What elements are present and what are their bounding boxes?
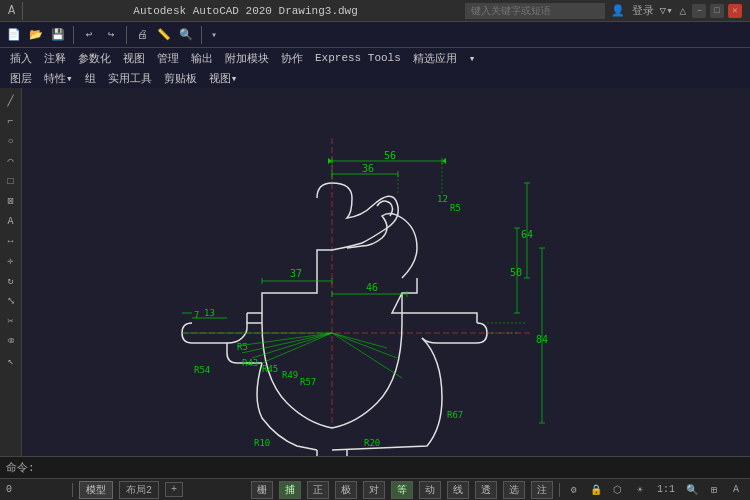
- select-tool[interactable]: ↖: [2, 352, 20, 370]
- redo-icon[interactable]: ↪: [101, 25, 121, 45]
- menu-bar: 插入 注释 参数化 视图 管理 输出 附加模块 协作 Express Tools…: [0, 48, 750, 68]
- svg-text:64: 64: [521, 229, 533, 240]
- svg-text:R10: R10: [254, 438, 270, 448]
- svg-text:R67: R67: [447, 410, 463, 420]
- dim-tool[interactable]: ↔: [2, 232, 20, 250]
- draw-line[interactable]: ╱: [2, 92, 20, 110]
- main-area: ╱ ⌐ ○ ⌒ □ ⊠ A ↔ ✛ ↻ ⤡ ✂ ⌫ ↖: [0, 88, 750, 456]
- svg-text:7: 7: [194, 310, 199, 320]
- undo-icon[interactable]: ↩: [79, 25, 99, 45]
- menu-express-tools[interactable]: Express Tools: [309, 50, 407, 66]
- qpmode-toggle[interactable]: 选: [503, 481, 525, 499]
- svg-text:R5: R5: [450, 203, 461, 213]
- erase-tool[interactable]: ⌫: [2, 332, 20, 350]
- cad-drawing-svg: 56 36 12 R5 37 46 50 64 84 7 13 R5 R43: [22, 88, 750, 456]
- otrack-toggle[interactable]: 等: [391, 481, 413, 499]
- workspace-icon[interactable]: ⚙: [566, 482, 582, 498]
- command-input[interactable]: [39, 462, 744, 474]
- grid-toggle[interactable]: 栅: [251, 481, 273, 499]
- add-layout-btn[interactable]: +: [165, 482, 183, 497]
- subtool-layer[interactable]: 图层: [4, 69, 38, 88]
- svg-text:R45: R45: [262, 364, 278, 374]
- menu-output[interactable]: 输出: [185, 49, 219, 68]
- trim-tool[interactable]: ✂: [2, 312, 20, 330]
- zoom-icon[interactable]: 🔍: [684, 482, 700, 498]
- menu-annotate[interactable]: 注释: [38, 49, 72, 68]
- menu-more[interactable]: ▾: [463, 50, 482, 67]
- print-icon[interactable]: 🖨: [132, 25, 152, 45]
- move-tool[interactable]: ✛: [2, 252, 20, 270]
- menu-addons[interactable]: 附加模块: [219, 49, 275, 68]
- svg-text:R49: R49: [282, 370, 298, 380]
- user-icon[interactable]: 👤 登录: [611, 3, 654, 18]
- svg-text:R20: R20: [364, 438, 380, 448]
- snap-toggle[interactable]: 捕: [279, 481, 301, 499]
- subtool-properties[interactable]: 特性▾: [38, 69, 79, 88]
- svg-text:50: 50: [510, 267, 522, 278]
- command-area: 命令:: [0, 456, 750, 478]
- measure-icon[interactable]: 📏: [154, 25, 174, 45]
- title-bar: A Autodesk AutoCAD 2020 Drawing3.dwg 👤 登…: [0, 0, 750, 22]
- lock-icon[interactable]: 🔒: [588, 482, 604, 498]
- lweight-toggle[interactable]: 线: [447, 481, 469, 499]
- main-toolbar: 📄 📂 💾 ↩ ↪ 🖨 📏 🔍 ▾: [0, 22, 750, 48]
- window-title: Autodesk AutoCAD 2020 Drawing3.dwg: [26, 5, 465, 17]
- svg-text:R54: R54: [194, 365, 210, 375]
- osnap-toggle[interactable]: 对: [363, 481, 385, 499]
- toolbar-dropdown[interactable]: ▾: [207, 29, 221, 41]
- sub-toolbar: 图层 特性▾ 组 实用工具 剪贴板 视图▾: [0, 68, 750, 88]
- svg-text:46: 46: [366, 282, 378, 293]
- svg-text:84: 84: [536, 334, 548, 345]
- menu-insert[interactable]: 插入: [4, 49, 38, 68]
- annotate-scale-icon[interactable]: A: [728, 482, 744, 498]
- svg-text:R5: R5: [237, 342, 248, 352]
- ann-toggle[interactable]: 注: [531, 481, 553, 499]
- left-toolbar: ╱ ⌐ ○ ⌒ □ ⊠ A ↔ ✛ ↻ ⤡ ✂ ⌫ ↖: [0, 88, 22, 456]
- open-icon[interactable]: 📂: [26, 25, 46, 45]
- hardware-accel-icon[interactable]: ⬡: [610, 482, 626, 498]
- svg-text:56: 56: [384, 150, 396, 161]
- menu-view[interactable]: 视图: [117, 49, 151, 68]
- maximize-button[interactable]: □: [710, 4, 724, 18]
- scale-tool[interactable]: ⤡: [2, 292, 20, 310]
- subtool-group[interactable]: 组: [79, 69, 102, 88]
- svg-text:R43: R43: [242, 358, 258, 368]
- minimize-button[interactable]: －: [692, 4, 706, 18]
- hatch-tool[interactable]: ⊠: [2, 192, 20, 210]
- menu-collaborate[interactable]: 协作: [275, 49, 309, 68]
- subtool-utils[interactable]: 实用工具: [102, 69, 158, 88]
- new-icon[interactable]: 📄: [4, 25, 24, 45]
- draw-rect[interactable]: □: [2, 172, 20, 190]
- draw-arc[interactable]: ⌒: [2, 152, 20, 170]
- zoom-level: 1:1: [654, 484, 678, 495]
- dynin-toggle[interactable]: 动: [419, 481, 441, 499]
- isolate-icon[interactable]: ☀: [632, 482, 648, 498]
- polar-toggle[interactable]: 极: [335, 481, 357, 499]
- drawing-canvas[interactable]: 56 36 12 R5 37 46 50 64 84 7 13 R5 R43: [22, 88, 750, 456]
- text-tool[interactable]: A: [2, 212, 20, 230]
- menu-manage[interactable]: 管理: [151, 49, 185, 68]
- coord-display: 0: [6, 484, 66, 495]
- tpmode-toggle[interactable]: 透: [475, 481, 497, 499]
- viewport-icon[interactable]: ⊞: [706, 482, 722, 498]
- model-tab[interactable]: 模型: [79, 481, 113, 499]
- svg-text:R57: R57: [300, 377, 316, 387]
- window-controls[interactable]: － □ ✕: [692, 4, 742, 18]
- help-icon[interactable]: ▽▾ △: [660, 4, 686, 17]
- svg-text:36: 36: [362, 163, 374, 174]
- menu-parametric[interactable]: 参数化: [72, 49, 117, 68]
- cmd-prompt: 命令:: [6, 460, 35, 475]
- layout2-tab[interactable]: 布局2: [119, 481, 159, 499]
- ortho-toggle[interactable]: 正: [307, 481, 329, 499]
- svg-text:37: 37: [290, 268, 302, 279]
- subtool-view[interactable]: 视图▾: [203, 69, 244, 88]
- search-input[interactable]: [465, 3, 605, 19]
- zoom-icon[interactable]: 🔍: [176, 25, 196, 45]
- draw-polyline[interactable]: ⌐: [2, 112, 20, 130]
- close-button[interactable]: ✕: [728, 4, 742, 18]
- draw-circle[interactable]: ○: [2, 132, 20, 150]
- rotate-tool[interactable]: ↻: [2, 272, 20, 290]
- menu-featured[interactable]: 精选应用: [407, 49, 463, 68]
- subtool-clipboard[interactable]: 剪贴板: [158, 69, 203, 88]
- save-icon[interactable]: 💾: [48, 25, 68, 45]
